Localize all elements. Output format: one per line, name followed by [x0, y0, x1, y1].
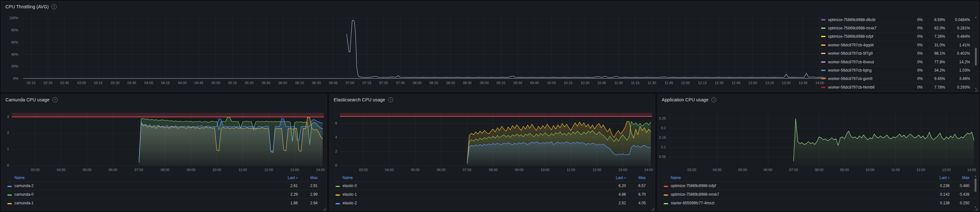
info-icon[interactable]: i — [388, 97, 393, 102]
legend-value: 0.281% — [945, 26, 970, 30]
series-name[interactable]: camunda-0 — [14, 192, 33, 197]
legend-header-last[interactable]: Last˅ — [603, 175, 626, 180]
legend-last-value: 1.66 — [275, 201, 298, 205]
legend-table-row[interactable]: elastic-22.524.05 — [334, 199, 652, 207]
legend-value: 0% — [900, 77, 923, 81]
series-name[interactable]: elastic-2 — [342, 201, 357, 205]
legend-scrollbar[interactable]: ▲ ▼ — [974, 16, 977, 90]
series-name[interactable]: worker-56dc8797cb-5f7g9 — [828, 51, 900, 56]
series-name[interactable]: worker-56dc8797cb-6xwsd — [828, 60, 900, 64]
series-name[interactable]: starter-855599fc77-4mxzt — [671, 201, 714, 205]
legend-item[interactable]: worker-56dc8797cb-6xwsd0%77.8%14.2% — [819, 57, 975, 66]
series-color-swatch — [664, 194, 668, 196]
x-axis-label: 08:15 — [426, 81, 442, 85]
series-name[interactable]: camunda-2 — [14, 183, 33, 188]
series-name[interactable]: optimize-75869c8988-mrxk7 — [828, 26, 900, 30]
panel-resize-handle[interactable] — [323, 207, 326, 210]
x-axis-label: 09:00 — [511, 168, 527, 172]
series-name[interactable]: optimize-75869c8988-d6c8r — [828, 18, 900, 22]
legend-item[interactable]: optimize-75869c8988-d6c8r0%8.59%0.0484% — [819, 16, 975, 24]
legend-header-max[interactable]: Max — [950, 175, 969, 180]
x-axis-label: 04:00 — [709, 168, 725, 172]
legend-item[interactable]: worker-56dc8797cb-5f7g90%98.1%0.402% — [819, 49, 975, 57]
series-name[interactable]: elastic-1 — [342, 192, 357, 197]
panel-camunda-cpu: Camunda CPU usage i 012303:0004:0005:000… — [1, 94, 327, 211]
x-axis-label: 03:15 — [90, 81, 106, 85]
legend-table-row[interactable]: optimize-75869c8988-mrxk70.1420.426 — [662, 190, 975, 199]
chart-canvas[interactable] — [2, 13, 840, 82]
legend-last-value: 4.86 — [603, 192, 626, 197]
series-name[interactable]: elastic-0 — [342, 183, 357, 188]
chart-canvas[interactable] — [2, 104, 326, 172]
legend-value: 82.0% — [923, 26, 945, 30]
series-name[interactable]: worker-56dc8797cb-fqtng — [828, 68, 900, 73]
legend-header-name[interactable]: Name — [5, 175, 275, 180]
x-axis-label: 09:45 — [527, 81, 542, 85]
series-name[interactable]: worker-56dc8797cb-gxmfr — [828, 77, 900, 81]
legend-value: 0% — [900, 26, 923, 30]
series-name[interactable]: optimize-75869c8988-tsfpf — [671, 183, 716, 188]
series-line — [347, 20, 826, 77]
chart-canvas[interactable] — [658, 104, 978, 172]
series-name[interactable]: optimize-75869c8988-tsfpf — [828, 34, 900, 39]
legend-item[interactable]: worker-56dc8797cb-hkmb60%7.78%0.293% — [819, 83, 975, 91]
legend-header-max[interactable]: Max — [626, 175, 646, 180]
x-axis-label: 07:30 — [375, 81, 391, 85]
legend-item[interactable]: optimize-75869c8988-tsfpf0%7.26%0.484% — [819, 32, 975, 41]
legend-max-value: 0.460 — [950, 183, 969, 188]
panel-resize-handle[interactable] — [975, 88, 978, 91]
scrollbar-thumb[interactable] — [975, 48, 977, 65]
x-axis-label: 03:00 — [355, 168, 371, 172]
chart-canvas[interactable] — [330, 104, 654, 172]
application-cpu-chart[interactable]: 0.050.10.150.20.2503:0004:0005:0006:0007… — [658, 104, 978, 174]
legend-table-row[interactable]: starter-855599fc77-4mxzt0.1380.250 — [662, 199, 975, 207]
series-name[interactable]: worker-56dc8797cb-4qqd4 — [828, 43, 900, 47]
legend-scrollbar[interactable]: ▲ ▼ — [974, 175, 977, 209]
legend-table-row[interactable]: elastic-14.866.70 — [334, 190, 652, 199]
panel-header[interactable]: CPU Throttling (AVG) i — [2, 2, 978, 12]
legend-item[interactable]: worker-56dc8797cb-gxmfr0%9.45%3.46% — [819, 75, 975, 83]
cpu-throttling-chart[interactable]: 0%20%40%60%80%100%02:1502:3002:4503:0003… — [2, 13, 846, 92]
elasticsearch-cpu-chart[interactable]: 024603:0004:0005:0006:0007:0008:0009:001… — [330, 104, 655, 174]
legend-item[interactable]: optimize-75869c8988-mrxk70%82.0%0.281% — [819, 24, 975, 32]
legend-item[interactable]: worker-56dc8797cb-fqtng0%34.2%1.03% — [819, 66, 975, 74]
x-axis-label: 02:30 — [40, 81, 56, 85]
legend-table-row[interactable]: camunda-02.292.99 — [5, 190, 323, 199]
legend-header-last[interactable]: Last˅ — [927, 175, 950, 180]
info-icon[interactable]: i — [51, 4, 57, 9]
series-name[interactable]: camunda-1 — [14, 201, 33, 205]
panel-header[interactable]: Application CPU usage i — [658, 95, 978, 105]
legend-table-row[interactable]: elastic-06.206.57 — [334, 181, 652, 190]
scroll-up-icon[interactable]: ▲ — [974, 16, 977, 19]
y-axis-label: 2 — [2, 131, 9, 135]
info-icon[interactable]: i — [711, 97, 716, 102]
series-name[interactable]: worker-56dc8797cb-hkmb6 — [828, 85, 900, 89]
panel-header[interactable]: Camunda CPU usage i — [2, 95, 326, 105]
legend-item[interactable]: worker-56dc8797cb-4qqd40%31.0%1.41% — [819, 41, 975, 49]
x-axis-label: 12:00 — [261, 168, 277, 172]
legend-header-last[interactable]: Last˅ — [275, 175, 298, 180]
legend-header-name[interactable]: Name — [334, 175, 603, 180]
panel-resize-handle[interactable] — [651, 207, 654, 210]
x-axis-label: 09:30 — [510, 81, 526, 85]
info-icon[interactable]: i — [52, 97, 57, 102]
legend-table-row[interactable]: camunda-22.612.91 — [5, 181, 323, 190]
x-axis-label: 11:15 — [627, 81, 643, 85]
panel-header[interactable]: Elasticsearch CPU usage i — [330, 95, 655, 105]
x-axis-label: 03:00 — [684, 168, 700, 172]
legend-table-row[interactable]: camunda-11.662.94 — [5, 199, 323, 207]
legend-table-row[interactable]: optimize-75869c8988-tsfpf0.2360.460 — [662, 181, 975, 190]
legend-table-header: NameLast˅Max — [334, 174, 652, 181]
scroll-up-icon[interactable]: ▲ — [974, 175, 977, 177]
scrollbar-thumb[interactable] — [975, 179, 977, 192]
legend-header-max[interactable]: Max — [298, 175, 318, 180]
panel-application-cpu: Application CPU usage i 0.050.10.150.20.… — [658, 94, 979, 211]
x-axis-label: 13:00 — [745, 81, 760, 85]
legend-header-name[interactable]: Name — [662, 175, 927, 180]
panel-resize-handle[interactable] — [975, 207, 978, 210]
series-name[interactable]: optimize-75869c8988-mrxk7 — [671, 192, 719, 197]
x-axis-label: 08:30 — [443, 81, 459, 85]
camunda-cpu-chart[interactable]: 012303:0004:0005:0006:0007:0008:0009:001… — [2, 104, 326, 174]
x-axis-label: 11:00 — [611, 81, 627, 85]
y-axis-label: 6 — [330, 121, 337, 125]
